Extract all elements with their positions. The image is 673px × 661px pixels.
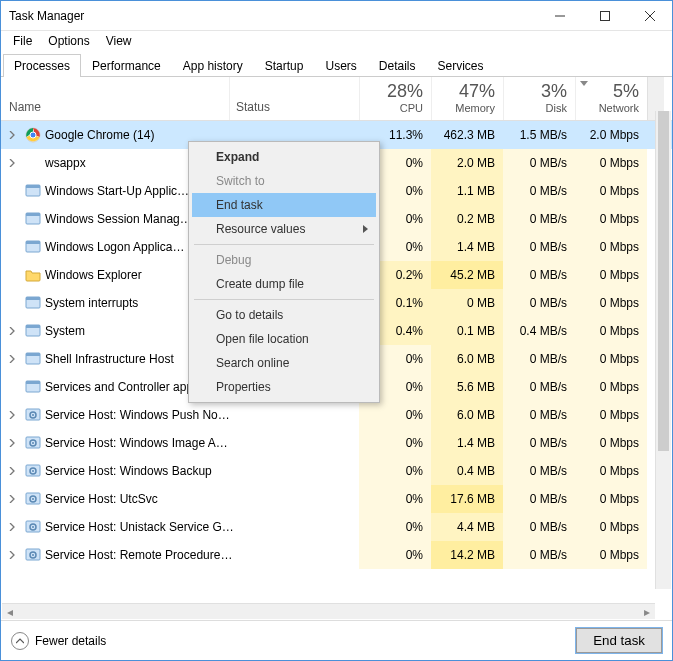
- expand-icon[interactable]: [1, 355, 23, 363]
- cell-cpu: 0%: [359, 485, 431, 513]
- cell-memory: 4.4 MB: [431, 513, 503, 541]
- fewer-details-toggle[interactable]: Fewer details: [11, 632, 106, 650]
- tab-startup[interactable]: Startup: [254, 54, 315, 77]
- ctx-end-task[interactable]: End task: [192, 193, 376, 217]
- maximize-button[interactable]: [582, 1, 627, 30]
- cell-disk: 0 MB/s: [503, 205, 575, 233]
- svg-rect-12: [26, 241, 40, 244]
- col-cpu-pct: 28%: [387, 81, 423, 102]
- cell-network: 0 Mbps: [575, 289, 647, 317]
- ctx-debug: Debug: [192, 248, 376, 272]
- process-name: Service Host: Unistack Service G…: [43, 520, 359, 534]
- tab-users[interactable]: Users: [314, 54, 367, 77]
- ctx-create-dump[interactable]: Create dump file: [192, 272, 376, 296]
- menu-file[interactable]: File: [5, 32, 40, 50]
- ctx-resource-values[interactable]: Resource values: [192, 217, 376, 241]
- menu-view[interactable]: View: [98, 32, 140, 50]
- scroll-thumb[interactable]: [658, 111, 669, 451]
- cell-memory: 45.2 MB: [431, 261, 503, 289]
- ctx-search-online[interactable]: Search online: [192, 351, 376, 375]
- table-row[interactable]: Service Host: Windows Image A…0%1.4 MB0 …: [1, 429, 672, 457]
- minimize-button[interactable]: [537, 1, 582, 30]
- cell-network: 0 Mbps: [575, 373, 647, 401]
- process-icon: [23, 127, 43, 143]
- svg-rect-8: [26, 185, 40, 188]
- vertical-scrollbar[interactable]: [655, 111, 671, 589]
- ctx-separator: [194, 244, 374, 245]
- table-row[interactable]: Service Host: Unistack Service G…0%4.4 M…: [1, 513, 672, 541]
- col-net-pct: 5%: [613, 81, 639, 102]
- cell-disk: 0 MB/s: [503, 345, 575, 373]
- cell-network: 0 Mbps: [575, 401, 647, 429]
- tab-app-history[interactable]: App history: [172, 54, 254, 77]
- close-button[interactable]: [627, 1, 672, 30]
- cell-network: 0 Mbps: [575, 261, 647, 289]
- svg-rect-10: [26, 213, 40, 216]
- tab-details[interactable]: Details: [368, 54, 427, 77]
- cell-memory: 14.2 MB: [431, 541, 503, 569]
- cell-memory: 1.1 MB: [431, 177, 503, 205]
- cell-cpu: 0%: [359, 541, 431, 569]
- cell-disk: 0 MB/s: [503, 541, 575, 569]
- col-name[interactable]: Name: [1, 77, 229, 120]
- process-icon: [23, 407, 43, 423]
- expand-icon[interactable]: [1, 495, 23, 503]
- expand-icon[interactable]: [1, 159, 23, 167]
- table-row[interactable]: Service Host: Remote Procedure…0%14.2 MB…: [1, 541, 672, 569]
- ctx-expand[interactable]: Expand: [192, 145, 376, 169]
- col-memory[interactable]: 47% Memory: [431, 77, 503, 120]
- cell-disk: 0 MB/s: [503, 429, 575, 457]
- ctx-go-to-details[interactable]: Go to details: [192, 303, 376, 327]
- col-cpu-label: CPU: [400, 102, 423, 114]
- process-icon: [23, 379, 43, 395]
- svg-rect-20: [26, 381, 40, 384]
- context-menu: Expand Switch to End task Resource value…: [188, 141, 380, 403]
- cell-network: 0 Mbps: [575, 345, 647, 373]
- expand-icon[interactable]: [1, 523, 23, 531]
- process-icon: [23, 155, 43, 171]
- process-icon: [23, 211, 43, 227]
- cell-memory: 6.0 MB: [431, 401, 503, 429]
- col-cpu[interactable]: 28% CPU: [359, 77, 431, 120]
- col-disk[interactable]: 3% Disk: [503, 77, 575, 120]
- cell-cpu: 0%: [359, 401, 431, 429]
- cell-memory: 1.4 MB: [431, 429, 503, 457]
- expand-icon[interactable]: [1, 439, 23, 447]
- ctx-switch-to: Switch to: [192, 169, 376, 193]
- process-icon: [23, 183, 43, 199]
- tab-services[interactable]: Services: [427, 54, 495, 77]
- column-headers: Name Status 28% CPU 47% Memory 3% Disk 5…: [1, 77, 672, 121]
- table-row[interactable]: Service Host: Windows Backup0%0.4 MB0 MB…: [1, 457, 672, 485]
- tab-performance[interactable]: Performance: [81, 54, 172, 77]
- table-row[interactable]: Service Host: UtcSvc0%17.6 MB0 MB/s0 Mbp…: [1, 485, 672, 513]
- cell-disk: 0 MB/s: [503, 485, 575, 513]
- process-icon: [23, 547, 43, 563]
- svg-rect-14: [26, 297, 40, 300]
- col-network[interactable]: 5% Network: [575, 77, 647, 120]
- cell-cpu: 0%: [359, 513, 431, 541]
- horizontal-scrollbar[interactable]: ◂ ▸: [2, 603, 655, 619]
- table-row[interactable]: Service Host: Windows Push No…0%6.0 MB0 …: [1, 401, 672, 429]
- tab-processes[interactable]: Processes: [3, 54, 81, 77]
- col-status[interactable]: Status: [229, 77, 359, 120]
- cell-memory: 0.1 MB: [431, 317, 503, 345]
- expand-icon[interactable]: [1, 411, 23, 419]
- cell-network: 0 Mbps: [575, 457, 647, 485]
- expand-icon[interactable]: [1, 467, 23, 475]
- expand-icon[interactable]: [1, 131, 23, 139]
- expand-icon[interactable]: [1, 327, 23, 335]
- process-icon: [23, 295, 43, 311]
- process-name: Google Chrome (14): [43, 128, 359, 142]
- cell-disk: 0 MB/s: [503, 233, 575, 261]
- ctx-open-file-location[interactable]: Open file location: [192, 327, 376, 351]
- cell-disk: 1.5 MB/s: [503, 121, 575, 149]
- menu-options[interactable]: Options: [40, 32, 97, 50]
- scroll-left-icon[interactable]: ◂: [2, 605, 18, 619]
- ctx-properties[interactable]: Properties: [192, 375, 376, 399]
- menu-bar: File Options View: [1, 31, 672, 51]
- cell-memory: 5.6 MB: [431, 373, 503, 401]
- process-icon: [23, 491, 43, 507]
- expand-icon[interactable]: [1, 551, 23, 559]
- end-task-button[interactable]: End task: [576, 628, 662, 653]
- scroll-right-icon[interactable]: ▸: [639, 605, 655, 619]
